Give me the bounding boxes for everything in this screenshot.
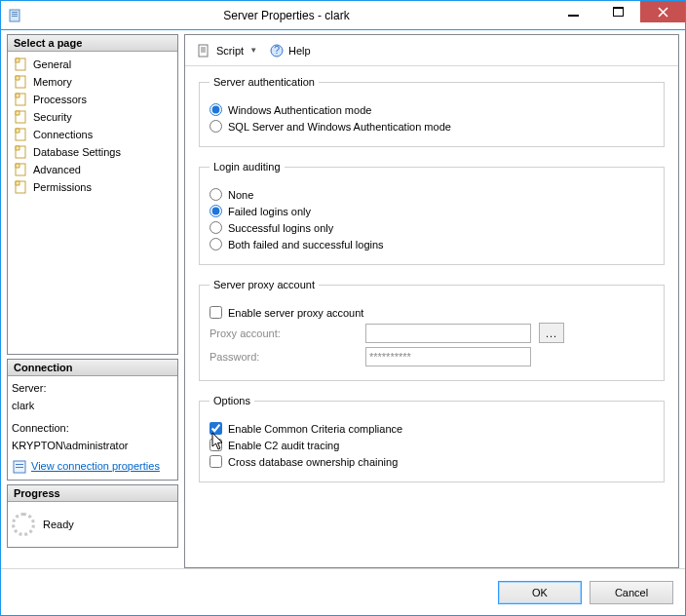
proxy-account-label: Proxy account:	[210, 327, 358, 339]
nav-item-label: General	[33, 58, 71, 70]
options-legend: Options	[210, 395, 254, 406]
help-label: Help	[288, 45, 311, 57]
page-icon	[14, 144, 29, 160]
nav-item-permissions[interactable]: Permissions	[12, 178, 173, 196]
script-button[interactable]: Script ▼	[193, 41, 261, 60]
server-label: Server:	[12, 380, 173, 398]
options-group: Options Enable Common Criteria complianc…	[199, 395, 665, 482]
audit-failed-radio[interactable]	[210, 205, 222, 217]
progress-panel: Progress Ready	[7, 484, 178, 548]
nav-item-label: Advanced	[33, 164, 81, 175]
help-button[interactable]: ? Help	[265, 41, 315, 60]
ok-button-label: OK	[532, 587, 548, 598]
properties-icon	[12, 459, 27, 475]
nav-item-memory[interactable]: Memory	[12, 73, 173, 91]
svg-rect-5	[613, 7, 623, 16]
enable-proxy-checkbox[interactable]	[210, 306, 222, 319]
cross-db-checkbox[interactable]	[210, 455, 222, 468]
login-auditing-group: Login auditing None Failed logins only S…	[199, 161, 665, 265]
audit-failed-label: Failed logins only	[228, 206, 311, 217]
windows-auth-label: Windows Authentication mode	[228, 104, 371, 116]
close-button[interactable]	[640, 1, 685, 22]
nav-item-database-settings[interactable]: Database Settings	[12, 143, 173, 161]
page-icon	[14, 109, 29, 125]
audit-both-label: Both failed and successful logins	[228, 239, 384, 250]
nav-item-general[interactable]: General	[12, 56, 173, 73]
connection-label: Connection:	[12, 420, 173, 438]
svg-rect-18	[199, 45, 208, 57]
minimize-button[interactable]	[551, 1, 595, 22]
script-label: Script	[216, 45, 244, 57]
page-icon	[14, 92, 29, 107]
server-authentication-legend: Server authentication	[210, 76, 319, 88]
progress-header: Progress	[8, 485, 177, 502]
proxy-password-label: Password:	[210, 351, 358, 363]
mixed-auth-radio[interactable]	[210, 120, 222, 133]
view-connection-properties-link[interactable]: View connection properties	[31, 458, 160, 476]
svg-rect-3	[12, 16, 18, 17]
mixed-auth-label: SQL Server and Windows Authentication mo…	[228, 121, 451, 133]
svg-rect-17	[16, 467, 23, 468]
nav-item-label: Permissions	[33, 181, 92, 193]
nav-item-processors[interactable]: Processors	[12, 91, 173, 108]
nav-item-label: Security	[33, 111, 72, 123]
server-properties-dialog: Server Properties - clark Select a page	[0, 0, 686, 616]
nav-item-connections[interactable]: Connections	[12, 126, 173, 143]
proxy-account-input[interactable]	[365, 324, 531, 343]
server-value: clark	[12, 398, 173, 415]
cancel-button[interactable]: Cancel	[590, 581, 673, 604]
page-icon	[14, 179, 29, 195]
connection-header: Connection	[8, 360, 177, 376]
page-icon	[14, 74, 29, 90]
cancel-button-label: Cancel	[615, 587, 648, 598]
toolbar: Script ▼ ? Help	[185, 35, 678, 66]
svg-rect-1	[12, 12, 18, 13]
svg-rect-16	[16, 464, 23, 465]
common-criteria-checkbox[interactable]	[210, 422, 222, 435]
spinner-icon	[12, 513, 35, 536]
common-criteria-label: Enable Common Criteria compliance	[228, 423, 402, 435]
svg-text:?: ?	[274, 44, 280, 56]
select-page-panel: Select a page General Memory	[7, 34, 178, 355]
proxy-browse-button[interactable]: ...	[539, 323, 564, 343]
audit-none-radio[interactable]	[210, 188, 222, 201]
audit-success-radio[interactable]	[210, 221, 222, 234]
windows-auth-radio[interactable]	[210, 103, 222, 116]
maximize-button[interactable]	[595, 1, 640, 22]
audit-both-radio[interactable]	[210, 238, 222, 250]
titlebar: Server Properties - clark	[1, 1, 685, 30]
nav-item-label: Processors	[33, 94, 87, 105]
c2-audit-label: Enable C2 audit tracing	[228, 440, 339, 451]
proxy-password-input[interactable]	[365, 347, 531, 366]
select-page-header: Select a page	[8, 35, 177, 52]
server-authentication-group: Server authentication Windows Authentica…	[199, 76, 665, 147]
cross-db-label: Cross database ownership chaining	[228, 456, 398, 468]
c2-audit-checkbox[interactable]	[210, 439, 222, 451]
window-title: Server Properties - clark	[22, 9, 551, 22]
dialog-button-bar: OK Cancel	[1, 568, 685, 615]
svg-rect-2	[12, 14, 18, 15]
nav-item-advanced[interactable]: Advanced	[12, 161, 173, 178]
nav-item-label: Database Settings	[33, 146, 121, 158]
help-icon: ?	[269, 43, 285, 58]
script-icon	[197, 43, 212, 58]
connection-value: KRYPTON\administrator	[12, 438, 173, 455]
ok-button[interactable]: OK	[498, 581, 582, 604]
audit-success-label: Successful logins only	[228, 222, 333, 234]
server-proxy-legend: Server proxy account	[210, 279, 319, 290]
enable-proxy-label: Enable server proxy account	[228, 307, 363, 319]
page-icon	[14, 127, 29, 142]
ready-label: Ready	[43, 519, 74, 530]
main-content-panel: Script ▼ ? Help Server authentication	[184, 34, 679, 568]
svg-rect-4	[568, 15, 579, 17]
server-icon	[7, 8, 22, 23]
page-nav-list: General Memory Processors	[12, 56, 173, 196]
ellipsis-icon: ...	[546, 327, 557, 339]
page-icon	[14, 57, 29, 72]
page-icon	[14, 162, 29, 177]
audit-none-label: None	[228, 189, 253, 201]
connection-panel: Connection Server: clark Connection: KRY…	[7, 359, 178, 481]
svg-rect-6	[613, 7, 624, 9]
nav-item-security[interactable]: Security	[12, 108, 173, 126]
login-auditing-legend: Login auditing	[210, 161, 285, 173]
